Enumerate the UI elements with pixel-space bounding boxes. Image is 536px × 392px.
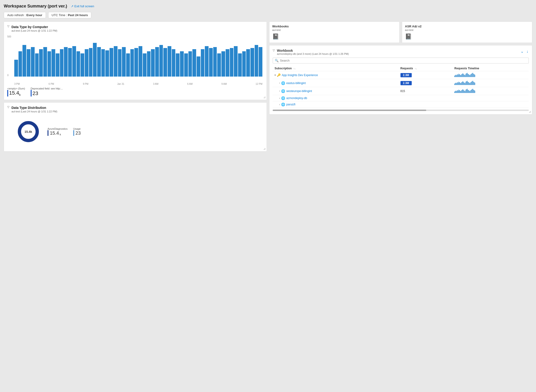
chart-bar	[147, 51, 151, 77]
timeline-bar	[466, 73, 467, 77]
timeline-bar	[464, 75, 465, 77]
timeline-bar	[469, 83, 470, 85]
workbook-panel-actions: ⌄ ↓	[520, 49, 529, 54]
subscription-cell[interactable]: ›🌐paruizfi	[273, 101, 399, 108]
y-label-500: 500	[7, 35, 11, 38]
timeline-bar	[463, 81, 463, 85]
timeline-bar	[474, 90, 474, 93]
subscription-name[interactable]: westeurope-billingint	[286, 89, 312, 93]
timeline-bar	[466, 82, 466, 85]
timeline-bar	[473, 81, 473, 85]
timeline-bar	[463, 90, 464, 93]
chart-bar	[134, 48, 138, 77]
chart-bar	[18, 51, 22, 77]
timeline-bar	[471, 74, 472, 77]
exit-fullscreen-icon: ↗	[71, 5, 74, 8]
expand-icon[interactable]: ›	[279, 82, 280, 84]
timeline-chart	[454, 80, 475, 85]
subscription-cell[interactable]: ›🌐eastus-billingint	[273, 79, 399, 87]
main-grid: ▽ Data Type by Computer aul-test (Last 2…	[4, 22, 532, 151]
timeline-chart	[454, 88, 475, 93]
search-icon: 🔍	[275, 59, 278, 62]
legend-azure-diagnostics: AzureDiagnostics 15.4k	[47, 127, 68, 136]
table-row[interactable]: ›🌐eastus-billingint2.3M	[273, 79, 529, 87]
legend-usage-value: 23	[73, 130, 81, 136]
chart-bar	[72, 46, 76, 77]
chart-bar	[105, 50, 109, 77]
subscription-cell[interactable]: ›🌐azmondeploy-db	[273, 95, 399, 101]
timeline-bar	[458, 91, 458, 93]
chart-bar	[35, 53, 39, 77]
download-button[interactable]: ↓	[526, 49, 529, 54]
workbooks-subtitle: aul-test	[272, 28, 397, 31]
requests-badge: 2.3M	[401, 73, 412, 77]
timeline-bar	[475, 75, 475, 77]
timeline-cell	[453, 101, 529, 108]
chart-bar	[110, 48, 113, 77]
expand-button[interactable]: ⌄	[520, 49, 524, 54]
legend-deprecated-bar	[31, 90, 32, 97]
bar-chart-area	[14, 34, 262, 77]
timeline-bar	[460, 91, 460, 93]
table-row[interactable]: ›🌐paruizfi	[273, 101, 529, 108]
expand-icon[interactable]: ›	[279, 103, 280, 106]
timeline-bar	[458, 74, 459, 77]
subscription-name[interactable]: paruizfi	[286, 103, 295, 106]
chart-bar	[209, 48, 213, 77]
chart-bar	[168, 46, 171, 77]
timeline-bar	[471, 82, 471, 85]
timeline-bar	[463, 89, 463, 93]
auto-refresh-button[interactable]: Auto refresh : Every hour	[4, 12, 46, 18]
timeline-bar	[460, 83, 460, 85]
table-row[interactable]: ▾🔑App Insights Dev Experience2.3M	[273, 71, 529, 79]
exit-fullscreen-link[interactable]: ↗ Exit full screen	[71, 5, 94, 8]
table-row[interactable]: ›🌐westeurope-billingint815	[273, 87, 529, 95]
workbook-table-subtitle: azmondeploy-db (and 3 more) (Last 24 hou…	[277, 52, 349, 55]
timeline-bar	[468, 74, 468, 77]
timeline-bar	[455, 83, 456, 85]
chart-bar	[230, 48, 234, 77]
timeline-bar	[464, 91, 465, 93]
chart-bar	[101, 49, 105, 77]
filter-icon: ▽	[7, 25, 9, 28]
chart-bar	[130, 49, 134, 77]
timeline-bar	[464, 83, 465, 85]
expand-icon[interactable]: ▾	[275, 74, 276, 76]
subscription-cell[interactable]: ▾🔑App Insights Dev Experience	[273, 71, 399, 79]
col-requests[interactable]: Requests ↑↓	[399, 66, 453, 71]
chart-bar	[201, 49, 205, 77]
col-subscription[interactable]: Subscription ↑↓	[273, 66, 399, 71]
timeline-bar	[454, 92, 455, 93]
timeline-bar	[470, 75, 470, 77]
subscription-name[interactable]: eastus-billingint	[286, 81, 306, 85]
timeline-bar	[475, 83, 475, 85]
timeline-bar	[473, 82, 474, 85]
timeline-bar	[468, 82, 469, 85]
timeline-bar	[456, 75, 457, 77]
chart-bar	[27, 49, 30, 77]
y-label-0: 0	[7, 74, 9, 77]
time-range-button[interactable]: UTC Time : Past 24 hours	[48, 12, 92, 18]
subscription-name[interactable]: azmondeploy-db	[286, 97, 307, 100]
legend-empty-label: <empty> (Sum)	[7, 87, 25, 90]
chart-bar	[184, 53, 188, 77]
table-scrollbar[interactable]	[273, 110, 529, 111]
workbook-filter-icon: ▽	[273, 49, 275, 52]
timeline-bar	[466, 74, 466, 77]
col-timeline: Requests Timeline	[453, 66, 529, 71]
asr-icon[interactable]: 📓	[405, 33, 412, 40]
data-type-by-computer-panel: ▽ Data Type by Computer aul-test (Last 2…	[4, 22, 267, 100]
expand-icon[interactable]: ›	[279, 97, 280, 99]
expand-icon[interactable]: ›	[279, 90, 280, 92]
legend-empty: <empty> (Sum) 15.4k	[7, 87, 25, 97]
search-input[interactable]	[280, 59, 527, 62]
requests-cell	[399, 95, 453, 101]
time-prefix: UTC Time :	[52, 13, 68, 17]
table-row[interactable]: ›🌐azmondeploy-db	[273, 95, 529, 101]
timeline-bar	[471, 90, 471, 93]
subscription-name[interactable]: App Insights Dev Experience	[282, 74, 318, 77]
resize-handle-dist: ⊿	[263, 147, 266, 150]
timeline-bar	[466, 81, 467, 85]
workbooks-icon[interactable]: 📓	[272, 33, 279, 40]
subscription-cell[interactable]: ›🌐westeurope-billingint	[273, 87, 399, 95]
